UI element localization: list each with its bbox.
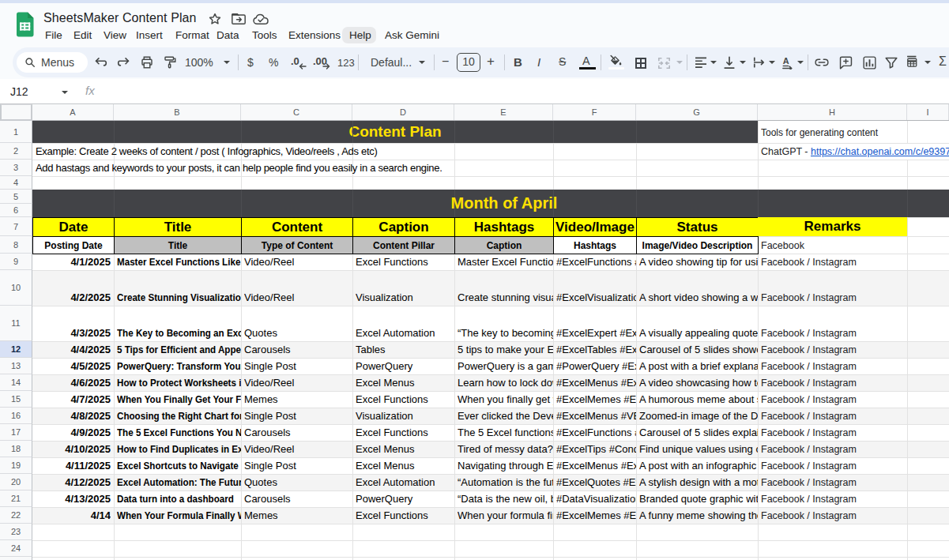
- svg-text:A: A: [783, 56, 789, 66]
